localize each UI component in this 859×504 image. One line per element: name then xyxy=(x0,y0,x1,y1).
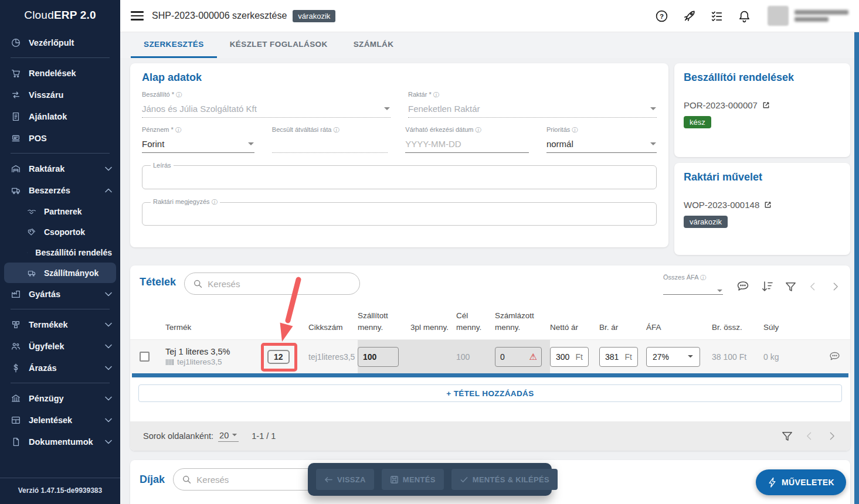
handshake-icon xyxy=(27,207,36,216)
chevron-left-icon[interactable] xyxy=(807,281,819,292)
vertical-scrollbar[interactable] xyxy=(854,32,859,504)
chevron-right-icon[interactable] xyxy=(829,281,841,292)
tab-invoices[interactable]: SZÁMLÁK xyxy=(341,32,407,58)
currency-field[interactable]: Pénznem * ⓘ Forint xyxy=(142,126,254,153)
dropdown-arrow-icon xyxy=(650,142,657,147)
items-pagination: Sorok oldalanként: 20 1-1 / 1 xyxy=(130,421,850,451)
dropdown-arrow-icon xyxy=(247,142,254,147)
external-link-icon xyxy=(763,200,772,209)
sku-value: tej1literes3,5 xyxy=(308,352,355,362)
row-comment-icon[interactable] xyxy=(829,350,841,363)
sidebar-item-pricing[interactable]: Árazás xyxy=(0,357,120,379)
total-vat-select[interactable] xyxy=(663,282,723,295)
top-bar: SHP-2023-000006 szerkesztése várakozik ? xyxy=(120,0,859,32)
description-field[interactable]: Leírás xyxy=(142,162,657,189)
supplier-field[interactable]: Beszállító * ⓘ János és Júlia Szolgáltat… xyxy=(142,91,391,118)
rocket-icon[interactable] xyxy=(683,9,696,23)
col-gross-price: Br. ár xyxy=(599,322,646,333)
boxes-icon xyxy=(11,319,21,330)
chevron-left-icon[interactable] xyxy=(804,430,816,442)
sidebar-item-warehouses[interactable]: Raktárak xyxy=(0,158,120,179)
gross-price-input[interactable]: 381Ft xyxy=(599,347,638,367)
sidebar-item-partners[interactable]: Partnerek xyxy=(0,201,120,222)
priority-field[interactable]: Prioritás ⓘ normál xyxy=(546,126,657,153)
tab-stock-reservations[interactable]: KÉSZLET FOGLALÁSOK xyxy=(217,32,341,58)
sidebar-item-documents[interactable]: Dokumentumok xyxy=(0,431,120,452)
basic-data-card: Alap adatok Beszállító * ⓘ János és Júli… xyxy=(130,63,668,247)
report-grid-icon xyxy=(11,415,21,425)
sidebar-item-pos[interactable]: POS xyxy=(0,127,120,149)
save-button[interactable]: MENTÉS xyxy=(382,469,444,490)
horizontal-scrollbar[interactable] xyxy=(132,373,848,377)
sidebar-item-finance[interactable]: Pénzügy xyxy=(0,387,120,409)
main-content: Alap adatok Beszállító * ⓘ János és Júli… xyxy=(120,58,859,504)
item-row: Tej 1 literes 3,5% tej1literes3,5 12 tej… xyxy=(130,339,850,373)
supplier-orders-title: Beszállítói rendelések xyxy=(684,71,841,84)
sidebar-item-quotes[interactable]: Ajánlatok xyxy=(0,105,120,127)
exchange-rate-field[interactable]: Becsült átváltási ráta ⓘ xyxy=(272,126,388,153)
chevron-right-icon[interactable] xyxy=(826,430,837,442)
chevron-up-icon xyxy=(105,188,112,193)
warehouse-note-field[interactable]: Raktári megjegyzés ⓘ xyxy=(142,198,657,226)
sidebar-item-dashboard[interactable]: Vezérlőpult xyxy=(0,32,120,53)
warning-icon: ⚠ xyxy=(529,352,537,361)
actions-button[interactable]: MŰVELETEK xyxy=(756,469,846,495)
items-search-input[interactable] xyxy=(208,279,351,289)
sidebar-item-reports[interactable]: Jelentések xyxy=(0,409,120,431)
items-search[interactable] xyxy=(184,273,360,295)
sidebar-item-purchase-order[interactable]: Beszállítói rendelés xyxy=(0,242,120,263)
warehouse-field[interactable]: Raktár * ⓘ Feneketlen Raktár xyxy=(408,91,657,118)
product-cell: Tej 1 literes 3,5% tej1literes3,5 xyxy=(165,347,267,366)
user-menu[interactable] xyxy=(768,6,848,26)
page-title: SHP-2023-000006 szerkesztése xyxy=(152,11,287,21)
sort-icon[interactable] xyxy=(760,280,774,294)
sidebar-item-shipments[interactable]: Szállítmányok xyxy=(4,263,116,283)
info-icon: ⓘ xyxy=(476,127,481,133)
sidebar-divider xyxy=(11,383,110,383)
sidebar-item-orders[interactable]: Rendelések xyxy=(0,62,120,84)
sidebar-item-manufacturing[interactable]: Gyártás xyxy=(0,283,120,305)
sidebar-item-procurement[interactable]: Beszerzés xyxy=(0,179,120,201)
app-version: Verzió 1.47.15-de9939383 xyxy=(0,478,120,504)
barcode-icon xyxy=(165,359,174,366)
chevron-down-icon xyxy=(105,322,112,327)
filter-icon[interactable] xyxy=(780,430,794,443)
add-item-button[interactable]: +TÉTEL HOZZÁADÁS xyxy=(138,384,842,402)
sidebar-item-returns[interactable]: Visszáru xyxy=(0,84,120,105)
factory-icon xyxy=(11,289,21,299)
net-price-input[interactable]: 300Ft xyxy=(550,347,589,367)
hamburger-menu-icon[interactable] xyxy=(131,11,144,21)
comments-icon[interactable] xyxy=(736,280,750,294)
lightning-icon xyxy=(768,477,777,488)
product-code: tej1literes3,5 xyxy=(177,357,222,366)
info-icon: ⓘ xyxy=(212,199,218,205)
help-icon[interactable]: ? xyxy=(655,9,668,23)
sidebar-divider xyxy=(11,57,110,58)
people-icon xyxy=(11,341,21,352)
fees-title: Díjak xyxy=(140,474,165,486)
bell-icon[interactable] xyxy=(738,9,751,23)
tab-bar: SZERKESZTÉS KÉSZLET FOGLALÁSOK SZÁMLÁK xyxy=(120,32,859,58)
eta-date-field[interactable]: Várható érkezési dátum ⓘ YYYY-MM-DD xyxy=(405,126,529,153)
total-vat-field[interactable]: Összes ÁFA ⓘ xyxy=(663,273,723,295)
filter-icon[interactable] xyxy=(784,280,797,294)
save-and-exit-button[interactable]: MENTÉS & KILÉPÉS xyxy=(451,469,558,490)
warehouse-operation-link[interactable]: WOP-2023-000148 xyxy=(684,200,841,210)
pagination-range: 1-1 / 1 xyxy=(252,431,276,441)
row-checkbox[interactable] xyxy=(140,352,150,362)
vat-rate-select[interactable]: 27% xyxy=(646,347,700,367)
app-logo: CloudERP 2.0 xyxy=(0,0,120,30)
checklist-icon[interactable] xyxy=(710,9,724,23)
info-icon: ⓘ xyxy=(700,274,706,281)
supplier-order-link[interactable]: POR-2023-000007 xyxy=(684,100,841,110)
items-card: Tételek Összes ÁFA ⓘ Termék xyxy=(130,265,850,451)
package-units-cell: 12 xyxy=(267,340,308,373)
sidebar-item-groups[interactable]: Csoportok xyxy=(0,222,120,242)
rows-per-page-select[interactable]: 20 xyxy=(218,431,239,442)
sidebar-item-customers[interactable]: Ügyfelek xyxy=(0,335,120,357)
col-sku: Cikkszám xyxy=(308,322,358,333)
tab-edit[interactable]: SZERKESZTÉS xyxy=(131,32,217,58)
sidebar-item-products[interactable]: Termékek xyxy=(0,314,120,335)
back-button[interactable]: VISSZA xyxy=(316,469,374,490)
shipped-qty-input[interactable] xyxy=(358,347,399,367)
